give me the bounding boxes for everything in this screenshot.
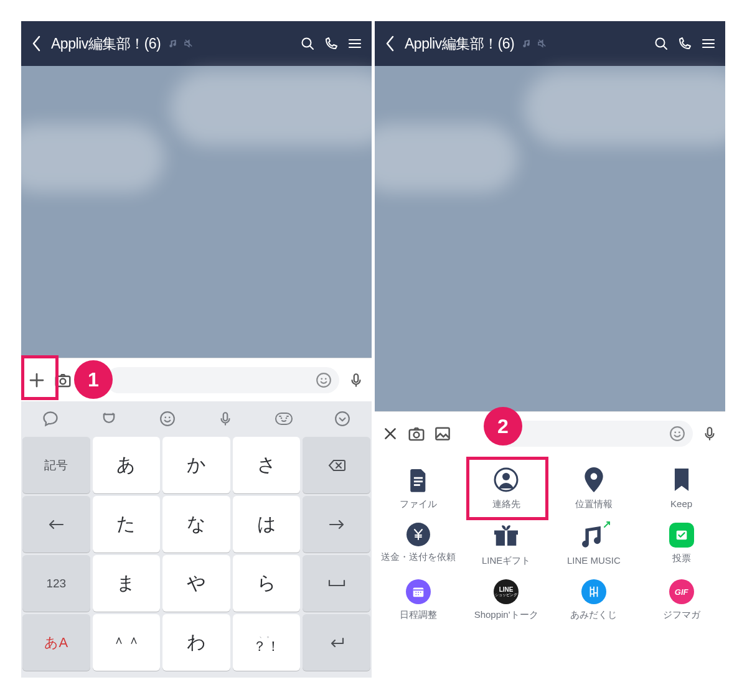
attach-label: 投票 xyxy=(672,553,691,564)
call-button[interactable] xyxy=(323,35,339,52)
vote-icon xyxy=(669,523,694,548)
attach-gift[interactable]: LINEギフト xyxy=(463,523,550,567)
chat-title: Appliv編集部！(6) xyxy=(51,34,161,54)
back-button[interactable] xyxy=(30,37,44,50)
voice-button[interactable] xyxy=(347,371,365,390)
attach-label: 位置情報 xyxy=(575,498,613,510)
kbd-tab-mic[interactable] xyxy=(196,401,255,436)
attach-label: LINE MUSIC xyxy=(567,555,621,566)
key-ra[interactable]: ら xyxy=(233,555,301,612)
call-button[interactable] xyxy=(677,35,693,52)
attach-label: あみだくじ xyxy=(570,609,617,621)
camera-button[interactable] xyxy=(407,424,426,443)
kbd-tab-kaomoji[interactable] xyxy=(255,401,313,436)
attach-label: Keep xyxy=(670,498,692,509)
music-note-icon xyxy=(580,523,608,550)
key-symbol[interactable]: 記号 xyxy=(22,437,90,493)
key-a[interactable]: あ xyxy=(93,437,161,493)
attachment-grid: ファイル 連絡先 位置情報 Keep 送金・送付を依頼 LINEギフト xyxy=(375,455,725,632)
attach-file[interactable]: ファイル xyxy=(375,466,463,510)
kbd-tab-more[interactable] xyxy=(313,401,372,436)
yen-icon xyxy=(406,523,430,546)
svg-point-18 xyxy=(286,417,288,419)
attach-vote[interactable]: 投票 xyxy=(637,523,725,567)
svg-rect-15 xyxy=(223,413,228,421)
svg-rect-29 xyxy=(708,427,712,436)
key-punct[interactable]: 、。？！ xyxy=(233,614,301,671)
message-input[interactable] xyxy=(106,367,339,393)
close-attach-button[interactable] xyxy=(381,424,400,443)
attach-schedule[interactable]: 日程調整 xyxy=(375,579,463,621)
svg-point-2 xyxy=(60,378,66,384)
attach-label: ジフマガ xyxy=(663,609,700,621)
key-ka[interactable]: か xyxy=(162,437,230,493)
svg-point-13 xyxy=(164,416,166,418)
attach-gif[interactable]: GIF ジフマガ xyxy=(637,579,725,621)
status-icons xyxy=(168,38,194,49)
message-input[interactable] xyxy=(497,421,693,447)
emoji-button[interactable] xyxy=(669,426,685,442)
line-shopping-icon: LINE ショッピング xyxy=(494,579,519,604)
key-sa[interactable]: さ xyxy=(233,437,301,493)
chat-header: Appliv編集部！(6) xyxy=(21,21,372,66)
badge-2: 2 xyxy=(484,407,522,446)
key-left[interactable] xyxy=(22,496,90,553)
key-wa[interactable]: わ xyxy=(162,614,230,671)
muted-icon xyxy=(183,38,194,49)
svg-point-46 xyxy=(418,594,419,595)
highlight-contact xyxy=(466,457,548,520)
key-kaomoji[interactable]: ＾＾ xyxy=(93,614,161,671)
key-ma[interactable]: ま xyxy=(93,555,161,612)
attach-amidakuji[interactable]: あみだくじ xyxy=(550,579,638,621)
search-button[interactable] xyxy=(653,35,669,52)
kbd-tab-sticker[interactable] xyxy=(80,401,138,436)
music-icon xyxy=(522,38,533,49)
emoji-button[interactable] xyxy=(316,372,332,388)
svg-point-44 xyxy=(420,592,421,593)
search-button[interactable] xyxy=(299,35,316,52)
key-ta[interactable]: た xyxy=(93,496,161,553)
svg-point-4 xyxy=(317,373,331,387)
line-shopping-top: LINE xyxy=(499,587,514,593)
key-backspace[interactable] xyxy=(303,437,370,493)
pin-icon xyxy=(580,466,608,493)
back-button[interactable] xyxy=(383,37,397,50)
muted-icon xyxy=(537,38,548,49)
key-enter[interactable] xyxy=(303,614,370,671)
gallery-button[interactable] xyxy=(433,424,452,443)
svg-point-21 xyxy=(336,412,349,426)
svg-rect-19 xyxy=(279,416,281,417)
key-ya[interactable]: や xyxy=(162,555,230,612)
key-na[interactable]: な xyxy=(162,496,230,553)
key-mode[interactable]: あA xyxy=(22,614,90,671)
key-123[interactable]: 123 xyxy=(22,555,90,612)
attach-shopping[interactable]: LINE ショッピング Shoppin'トーク xyxy=(463,579,550,621)
highlight-plus xyxy=(21,355,59,400)
key-space[interactable] xyxy=(303,555,370,612)
kbd-tab-chat[interactable] xyxy=(21,401,80,436)
svg-point-28 xyxy=(679,431,680,433)
svg-point-42 xyxy=(416,592,417,593)
status-icons xyxy=(522,38,548,49)
svg-point-35 xyxy=(591,473,598,480)
key-punct-bot: ？！ xyxy=(253,639,280,654)
attach-label: LINEギフト xyxy=(482,555,530,567)
key-ha[interactable]: は xyxy=(233,496,301,553)
kbd-tab-emoji[interactable] xyxy=(138,401,197,436)
attach-label: Shoppin'トーク xyxy=(474,609,538,621)
svg-point-5 xyxy=(321,378,322,380)
svg-rect-20 xyxy=(286,416,289,417)
svg-rect-7 xyxy=(354,374,359,382)
attach-location[interactable]: 位置情報 xyxy=(550,466,638,510)
cloud xyxy=(21,124,164,192)
menu-button[interactable] xyxy=(700,35,716,52)
attach-keep[interactable]: Keep xyxy=(637,466,725,510)
key-right[interactable] xyxy=(303,496,370,553)
file-icon xyxy=(405,466,432,493)
attach-pay[interactable]: 送金・送付を依頼 xyxy=(375,523,463,567)
menu-button[interactable] xyxy=(347,35,363,52)
voice-button[interactable] xyxy=(700,424,719,443)
svg-point-43 xyxy=(418,592,419,593)
attach-label: 送金・送付を依頼 xyxy=(381,551,456,563)
attach-music[interactable]: LINE MUSIC xyxy=(550,523,638,567)
